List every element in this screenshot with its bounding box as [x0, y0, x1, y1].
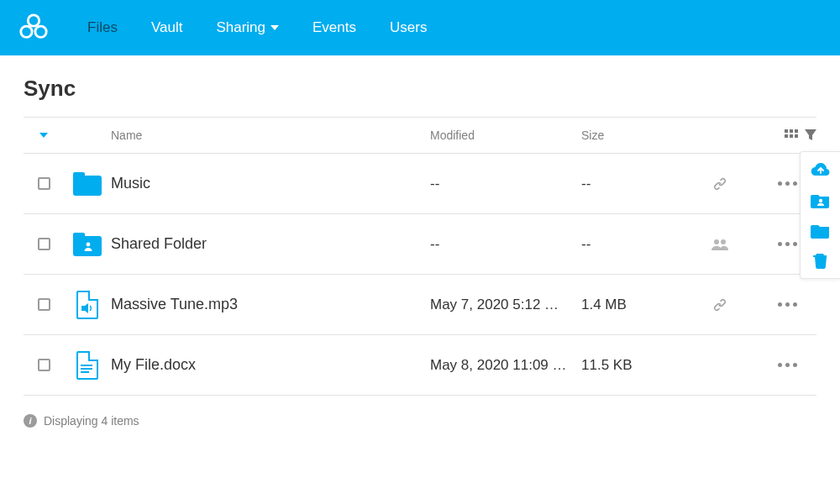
nav-users-label: Users — [390, 19, 427, 36]
nav-files-label: Files — [87, 19, 118, 36]
row-size: -- — [581, 176, 682, 192]
sort-desc-icon — [39, 133, 48, 138]
more-icon — [778, 302, 797, 307]
row-name[interactable]: Music — [111, 175, 430, 192]
cloud-upload-icon — [811, 162, 831, 177]
sort-indicator[interactable] — [24, 133, 64, 138]
row-checkbox[interactable] — [38, 359, 50, 371]
filter-button[interactable] — [805, 129, 816, 141]
table-row[interactable]: Shared Folder -- -- — [24, 214, 816, 275]
row-name[interactable]: Massive Tune.mp3 — [111, 296, 430, 313]
brand-logo[interactable] — [17, 11, 50, 45]
svg-point-1 — [21, 26, 32, 37]
file-type-icon — [64, 172, 111, 196]
sync-logo-icon — [18, 12, 50, 44]
upload-button[interactable] — [809, 160, 832, 179]
shared-folder-icon — [811, 192, 831, 208]
svg-point-10 — [714, 239, 719, 244]
column-modified[interactable]: Modified — [430, 129, 581, 142]
row-modified: May 8, 2020 11:09 … — [430, 357, 581, 374]
folder-icon — [73, 172, 102, 196]
more-icon — [778, 181, 797, 186]
nav-vault-label: Vault — [151, 19, 183, 36]
file-type-icon — [64, 233, 111, 256]
audio-file-icon — [76, 291, 98, 319]
row-size: -- — [581, 236, 682, 253]
table-row[interactable]: Music -- -- — [24, 154, 816, 214]
svg-rect-5 — [795, 129, 798, 133]
svg-rect-6 — [785, 134, 788, 138]
link-icon — [711, 297, 728, 313]
filter-icon — [805, 129, 816, 141]
row-modified: -- — [430, 236, 581, 253]
svg-point-0 — [28, 15, 39, 26]
more-icon — [778, 242, 797, 246]
status-bar: i Displaying 4 items — [24, 414, 816, 428]
nav-events-label: Events — [312, 19, 356, 36]
row-menu-button[interactable] — [758, 302, 816, 307]
svg-point-11 — [721, 239, 726, 244]
more-icon — [778, 363, 797, 367]
nav-events[interactable]: Events — [296, 0, 373, 55]
new-folder-button[interactable] — [809, 221, 832, 239]
nav-users[interactable]: Users — [373, 0, 444, 55]
info-icon: i — [24, 414, 37, 428]
grid-icon — [785, 129, 798, 141]
share-link-button[interactable] — [682, 176, 758, 192]
status-text: Displaying 4 items — [44, 414, 139, 428]
row-menu-button[interactable] — [758, 363, 816, 367]
shared-folder-icon — [73, 233, 102, 256]
table-row[interactable]: My File.docx May 8, 2020 11:09 … 11.5 KB — [24, 335, 816, 396]
row-modified: -- — [430, 176, 581, 192]
row-modified: May 7, 2020 5:12 … — [430, 297, 581, 313]
row-size: 11.5 KB — [581, 357, 682, 374]
shared-with-button[interactable] — [682, 238, 758, 251]
column-size[interactable]: Size — [581, 129, 682, 142]
nav-sharing[interactable]: Sharing — [199, 0, 296, 55]
people-icon — [711, 238, 729, 251]
table-header: Name Modified Size — [24, 117, 816, 154]
column-name[interactable]: Name — [111, 129, 430, 142]
share-link-button[interactable] — [682, 297, 758, 313]
page-body: Sync Name Modified Size Music -- -- — [0, 55, 840, 428]
svg-rect-8 — [795, 134, 798, 138]
nav-files[interactable]: Files — [71, 0, 134, 55]
row-checkbox[interactable] — [38, 238, 50, 250]
svg-rect-7 — [790, 134, 793, 138]
table-row[interactable]: Massive Tune.mp3 May 7, 2020 5:12 … 1.4 … — [24, 275, 816, 335]
link-icon — [711, 176, 728, 192]
row-name[interactable]: My File.docx — [111, 356, 430, 374]
add-shared-folder-button[interactable] — [809, 191, 832, 209]
svg-point-15 — [818, 199, 822, 202]
nav-sharing-label: Sharing — [216, 19, 265, 36]
svg-point-2 — [35, 26, 46, 37]
file-type-icon — [64, 291, 111, 319]
trash-icon — [813, 252, 828, 269]
page-title: Sync — [24, 76, 816, 102]
trash-button[interactable] — [809, 251, 832, 270]
svg-rect-4 — [790, 129, 793, 133]
grid-view-button[interactable] — [785, 129, 798, 141]
top-navbar: Files Vault Sharing Events Users — [0, 0, 840, 55]
row-size: 1.4 MB — [581, 297, 682, 313]
quick-actions-panel — [800, 151, 840, 279]
file-type-icon — [64, 351, 111, 380]
row-checkbox[interactable] — [38, 177, 50, 190]
svg-point-9 — [87, 242, 91, 246]
document-file-icon — [76, 351, 98, 380]
folder-icon — [811, 222, 831, 239]
nav-vault[interactable]: Vault — [134, 0, 200, 55]
svg-rect-3 — [785, 129, 788, 133]
chevron-down-icon — [270, 25, 279, 30]
row-name[interactable]: Shared Folder — [111, 235, 430, 253]
row-checkbox[interactable] — [38, 298, 50, 311]
